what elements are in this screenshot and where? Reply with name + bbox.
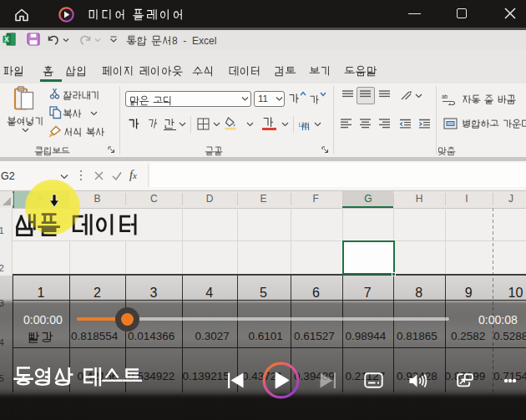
svg-text:X: X (4, 35, 9, 43)
svg-text:ab: ab (442, 94, 448, 99)
